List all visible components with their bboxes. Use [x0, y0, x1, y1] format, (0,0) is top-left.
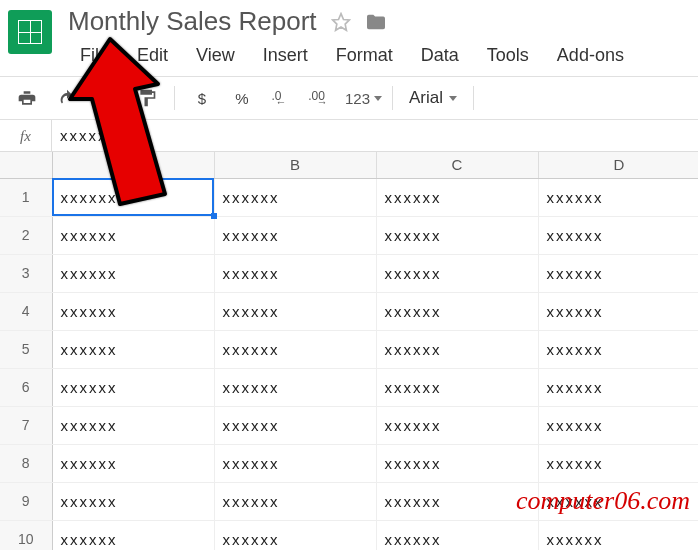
- menu-insert[interactable]: Insert: [249, 41, 322, 70]
- cell[interactable]: xxxxxx: [376, 330, 538, 368]
- cell[interactable]: xxxxxx: [214, 520, 376, 550]
- cell[interactable]: xxxxxx: [52, 330, 214, 368]
- row-header[interactable]: 3: [0, 254, 52, 292]
- cell[interactable]: xxxxxx: [538, 406, 698, 444]
- cell[interactable]: xxxxxx: [538, 444, 698, 482]
- cell[interactable]: xxxxxx: [538, 216, 698, 254]
- cell[interactable]: xxxxxx: [52, 216, 214, 254]
- chevron-down-icon: [374, 96, 382, 101]
- cell[interactable]: xxxxxx: [214, 330, 376, 368]
- menu-data[interactable]: Data: [407, 41, 473, 70]
- cell[interactable]: xxxxxx: [538, 330, 698, 368]
- row-header[interactable]: 2: [0, 216, 52, 254]
- cell[interactable]: xxxxxx: [214, 444, 376, 482]
- title-area: Monthly Sales Report File Edit View Inse…: [62, 0, 698, 76]
- row-header[interactable]: 7: [0, 406, 52, 444]
- undo-button[interactable]: [50, 81, 84, 115]
- column-header[interactable]: C: [376, 152, 538, 178]
- row-header[interactable]: 5: [0, 330, 52, 368]
- cell[interactable]: xxxxxx: [376, 368, 538, 406]
- cell[interactable]: xxxxxx: [376, 216, 538, 254]
- cell[interactable]: xxxxxx: [538, 368, 698, 406]
- watermark: computer06.com: [516, 486, 690, 516]
- select-all-corner[interactable]: [0, 152, 52, 178]
- table-row: 5 xxxxxx xxxxxx xxxxxx xxxxxx: [0, 330, 698, 368]
- table-row: 3 xxxxxx xxxxxx xxxxxx xxxxxx: [0, 254, 698, 292]
- toolbar-separator: [174, 86, 175, 110]
- cell[interactable]: xxxxxx: [214, 292, 376, 330]
- cell[interactable]: xxxxxx: [52, 254, 214, 292]
- cell[interactable]: xxxxxx: [376, 178, 538, 216]
- column-header[interactable]: D: [538, 152, 698, 178]
- row-header[interactable]: 10: [0, 520, 52, 550]
- cell[interactable]: xxxxxx: [376, 444, 538, 482]
- decrease-decimal-button[interactable]: .0←: [265, 81, 299, 115]
- table-row: 2 xxxxxx xxxxxx xxxxxx xxxxxx: [0, 216, 698, 254]
- table-row: 10 xxxxxx xxxxxx xxxxxx xxxxxx: [0, 520, 698, 550]
- toolbar: $ % .0← .00→ 123 Arial: [0, 76, 698, 120]
- menu-file[interactable]: File: [66, 41, 123, 70]
- cell[interactable]: xxxxxx: [376, 406, 538, 444]
- cell[interactable]: xxxxxx: [52, 520, 214, 550]
- cell[interactable]: xxxxxx: [214, 482, 376, 520]
- svg-marker-0: [332, 13, 349, 30]
- menu-view[interactable]: View: [182, 41, 249, 70]
- cell[interactable]: xxxxxx: [52, 406, 214, 444]
- toolbar-separator: [473, 86, 474, 110]
- menu-addons[interactable]: Add-ons: [543, 41, 638, 70]
- formula-bar: fx xxxxxx: [0, 120, 698, 152]
- row-header[interactable]: 6: [0, 368, 52, 406]
- cell[interactable]: xxxxxx: [538, 178, 698, 216]
- cell[interactable]: xxxxxx: [52, 368, 214, 406]
- print-button[interactable]: [10, 81, 44, 115]
- cell[interactable]: xxxxxx: [376, 254, 538, 292]
- cell[interactable]: xxxxxx: [52, 444, 214, 482]
- redo-button[interactable]: [90, 81, 124, 115]
- menu-tools[interactable]: Tools: [473, 41, 543, 70]
- paint-format-button[interactable]: [130, 81, 164, 115]
- cell[interactable]: xxxxxx: [376, 520, 538, 550]
- table-row: 7 xxxxxx xxxxxx xxxxxx xxxxxx: [0, 406, 698, 444]
- row-header[interactable]: 8: [0, 444, 52, 482]
- cell[interactable]: xxxxxx: [376, 292, 538, 330]
- cell[interactable]: xxxxxx: [538, 254, 698, 292]
- toolbar-separator: [392, 86, 393, 110]
- menubar: File Edit View Insert Format Data Tools …: [62, 39, 698, 76]
- table-row: 4 xxxxxx xxxxxx xxxxxx xxxxxx: [0, 292, 698, 330]
- menu-edit[interactable]: Edit: [123, 41, 182, 70]
- sheets-logo[interactable]: [8, 10, 52, 54]
- menu-format[interactable]: Format: [322, 41, 407, 70]
- font-family-dropdown[interactable]: Arial: [403, 88, 463, 108]
- cell[interactable]: xxxxxx: [52, 482, 214, 520]
- formula-input[interactable]: xxxxxx: [52, 127, 698, 144]
- percent-button[interactable]: %: [225, 81, 259, 115]
- cell[interactable]: xxxxxx: [214, 216, 376, 254]
- cell[interactable]: xxxxxx: [538, 520, 698, 550]
- cell[interactable]: xxxxxx: [52, 292, 214, 330]
- number-format-dropdown[interactable]: 123: [345, 81, 382, 115]
- increase-decimal-button[interactable]: .00→: [305, 81, 339, 115]
- column-header[interactable]: A: [52, 152, 214, 178]
- row-header[interactable]: 9: [0, 482, 52, 520]
- cell[interactable]: xxxxxx: [214, 178, 376, 216]
- star-icon[interactable]: [331, 12, 351, 32]
- cell[interactable]: xxxxxx: [214, 368, 376, 406]
- row-header[interactable]: 1: [0, 178, 52, 216]
- folder-icon[interactable]: [365, 13, 387, 31]
- cell-A1[interactable]: xxxxxx: [52, 178, 214, 216]
- cell[interactable]: xxxxxx: [214, 254, 376, 292]
- table-row: 6 xxxxxx xxxxxx xxxxxx xxxxxx: [0, 368, 698, 406]
- document-title[interactable]: Monthly Sales Report: [68, 6, 317, 37]
- column-header[interactable]: B: [214, 152, 376, 178]
- chevron-down-icon: [449, 96, 457, 101]
- table-row: 1 xxxxxx xxxxxx xxxxxx xxxxxx: [0, 178, 698, 216]
- sheets-logo-icon: [18, 20, 42, 44]
- header: Monthly Sales Report File Edit View Inse…: [0, 0, 698, 76]
- currency-button[interactable]: $: [185, 81, 219, 115]
- table-row: 8 xxxxxx xxxxxx xxxxxx xxxxxx: [0, 444, 698, 482]
- cell[interactable]: xxxxxx: [214, 406, 376, 444]
- row-header[interactable]: 4: [0, 292, 52, 330]
- cell[interactable]: xxxxxx: [538, 292, 698, 330]
- cell[interactable]: xxxxxx: [376, 482, 538, 520]
- fx-label: fx: [0, 120, 52, 151]
